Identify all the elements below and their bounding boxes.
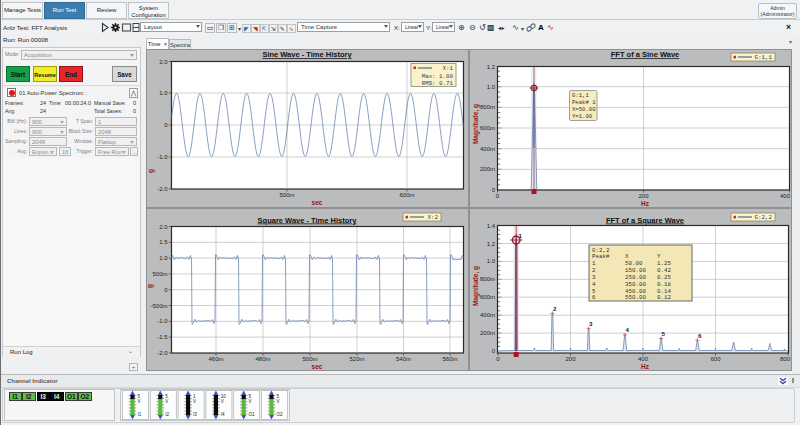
svg-text:sec: sec	[312, 363, 323, 370]
svg-text:500m: 500m	[279, 192, 294, 198]
svg-text:-1.0: -1.0	[157, 318, 168, 324]
svg-text:G:2,2: G:2,2	[755, 214, 773, 221]
svg-text:Hz: Hz	[641, 200, 650, 207]
svg-text:6: 6	[698, 332, 702, 339]
svg-text:1.4: 1.4	[487, 223, 496, 229]
svg-text:600m: 600m	[399, 192, 414, 198]
svg-text:FFT of a Sine Wave: FFT of a Sine Wave	[611, 50, 679, 59]
svg-text:2: 2	[553, 305, 557, 312]
svg-text:V: V	[165, 399, 168, 404]
svg-text:Magnitude, g: Magnitude, g	[472, 104, 480, 144]
svg-text:3: 3	[589, 320, 593, 327]
svg-text:Hz: Hz	[641, 363, 650, 370]
svg-text:RMS: 0.71: RMS: 0.71	[422, 80, 454, 87]
svg-text:550.00: 550.00	[625, 294, 646, 301]
svg-text:V: V	[249, 399, 252, 404]
svg-text:Sine Wave - Time History: Sine Wave - Time History	[262, 50, 352, 59]
svg-text:Peak# 1: Peak# 1	[572, 99, 596, 106]
svg-text:800: 800	[780, 356, 791, 362]
svg-text:X:1: X:1	[443, 65, 454, 72]
svg-text:1.0: 1.0	[487, 258, 496, 264]
svg-text:200m: 200m	[480, 166, 495, 172]
svg-text:560m: 560m	[442, 356, 457, 362]
svg-text:1.2: 1.2	[487, 241, 496, 247]
svg-text:1.0: 1.0	[159, 90, 168, 96]
svg-text:200m: 200m	[480, 330, 495, 336]
svg-text:1: 1	[519, 232, 523, 239]
svg-text:I2: I2	[165, 412, 169, 417]
svg-text:Y=1.00: Y=1.00	[572, 113, 593, 120]
svg-text:1.0: 1.0	[159, 255, 168, 261]
svg-text:2.0: 2.0	[159, 224, 168, 230]
svg-text:400m: 400m	[480, 146, 495, 152]
svg-text:-2.0: -2.0	[157, 186, 168, 192]
svg-text:500m: 500m	[302, 356, 317, 362]
svg-text:6: 6	[592, 294, 596, 301]
svg-text:-1.5: -1.5	[157, 334, 168, 340]
svg-text:I3: I3	[193, 412, 197, 417]
svg-text:V: V	[137, 399, 140, 404]
svg-text:g: g	[146, 284, 154, 288]
svg-text:X:2: X:2	[428, 214, 439, 221]
svg-text:500m: 500m	[152, 271, 167, 277]
svg-text:Magnitude, g: Magnitude, g	[472, 266, 480, 306]
svg-text:0.12: 0.12	[657, 294, 671, 301]
svg-text:Max: 1.00: Max: 1.00	[422, 73, 454, 80]
svg-text:10: 10	[221, 394, 227, 399]
svg-text:V: V	[221, 399, 224, 404]
svg-text:600: 600	[710, 356, 721, 362]
svg-text:g: g	[147, 169, 155, 173]
svg-text:G:1,1: G:1,1	[572, 92, 589, 99]
svg-text:-500m: -500m	[150, 303, 167, 309]
svg-text:460m: 460m	[208, 356, 223, 362]
svg-text:O2: O2	[276, 412, 283, 417]
svg-text:4: 4	[625, 326, 629, 333]
svg-text:800m: 800m	[480, 276, 495, 282]
svg-text:I4: I4	[221, 412, 225, 417]
svg-text:Square Wave - Time History: Square Wave - Time History	[258, 216, 358, 225]
svg-text:X=50.00: X=50.00	[572, 106, 596, 113]
svg-text:I1: I1	[137, 412, 141, 417]
svg-text:5: 5	[662, 330, 666, 337]
svg-text:sec: sec	[312, 199, 323, 206]
svg-text:-1.0: -1.0	[157, 154, 168, 160]
svg-text:400m: 400m	[480, 312, 495, 318]
svg-text:800m: 800m	[480, 104, 495, 110]
svg-text:600m: 600m	[480, 294, 495, 300]
svg-text:-2.0: -2.0	[157, 350, 168, 356]
svg-text:O1: O1	[249, 412, 256, 417]
svg-text:1.5: 1.5	[159, 239, 168, 245]
svg-text:200: 200	[638, 193, 649, 199]
svg-text:540m: 540m	[396, 356, 411, 362]
svg-text:520m: 520m	[349, 356, 364, 362]
svg-text:1.0: 1.0	[487, 84, 496, 90]
svg-text:200: 200	[565, 356, 576, 362]
svg-text:1.2: 1.2	[487, 64, 496, 70]
svg-text:FFT of a Square Wave: FFT of a Square Wave	[606, 216, 684, 225]
svg-text:2.0: 2.0	[159, 59, 168, 65]
svg-text:480m: 480m	[255, 356, 270, 362]
svg-text:G:1,1: G:1,1	[755, 54, 773, 61]
svg-text:V: V	[276, 399, 279, 404]
svg-text:400: 400	[638, 356, 649, 362]
svg-text:V: V	[193, 399, 196, 404]
svg-text:600m: 600m	[480, 125, 495, 131]
svg-text:400: 400	[780, 193, 791, 199]
